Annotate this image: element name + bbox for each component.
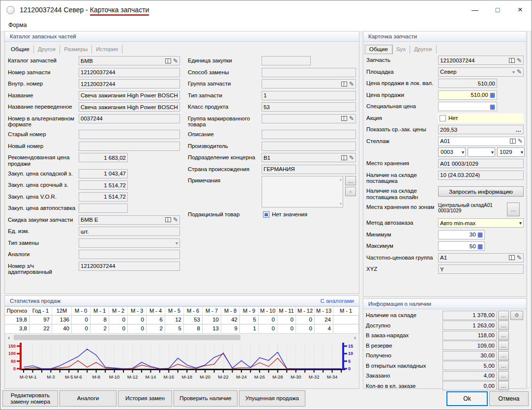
scroll-left-icon[interactable]: ‹: [5, 334, 13, 341]
with-analogs-link[interactable]: С аналогами: [320, 298, 354, 304]
tab-sys[interactable]: Sys: [392, 45, 410, 54]
tab-другое[interactable]: Другое: [410, 45, 437, 54]
book-icon[interactable]: [341, 82, 347, 87]
ellipsis-button[interactable]: …: [498, 371, 509, 381]
tab-общие[interactable]: Общие: [7, 45, 34, 54]
chevron-down-icon[interactable]: ▾: [462, 149, 464, 155]
ellipsis-button[interactable]: …: [498, 331, 509, 340]
book-icon[interactable]: [165, 217, 171, 222]
input-field[interactable]: 50▦: [438, 241, 485, 251]
input-field[interactable]: 1 683,02: [79, 153, 128, 162]
input-field[interactable]: 1 043,47: [79, 169, 128, 178]
input-field[interactable]: [262, 56, 311, 65]
input-field[interactable]: 12120037244: [79, 79, 180, 88]
input-field[interactable]: 12120037244: [79, 68, 180, 77]
input-field[interactable]: БМВ Е✎: [79, 215, 180, 225]
book-icon[interactable]: [509, 58, 515, 63]
calculator-icon[interactable]: ▦: [477, 243, 483, 249]
check-availability-button[interactable]: Проверить наличие: [174, 390, 237, 407]
shelf-select-2[interactable]: 1029▾: [497, 147, 525, 157]
analogs-button[interactable]: Аналоги: [59, 390, 117, 407]
maximize-icon[interactable]: □: [486, 0, 509, 19]
input-field[interactable]: ГЕРМАНИЯ: [262, 165, 356, 174]
notes-textarea[interactable]: ▴▾: [262, 176, 343, 207]
input-field[interactable]: БМВ✎: [79, 56, 180, 65]
gear-icon[interactable]: ⚙: [510, 311, 523, 320]
book-icon[interactable]: [165, 59, 171, 63]
input-field[interactable]: 1 514,72: [79, 180, 128, 190]
input-field[interactable]: Y: [438, 264, 524, 274]
spin-down-icon[interactable]: ▾: [340, 202, 342, 206]
close-icon[interactable]: ×: [509, 0, 532, 19]
input-field[interactable]: Авто min-max▾: [438, 218, 524, 228]
checkbox-icon[interactable]: [263, 211, 269, 218]
lost-sale-button[interactable]: Упущенная продажа: [239, 390, 305, 407]
stock-value-field[interactable]: 1 378,00: [443, 311, 497, 320]
scroll-right-icon[interactable]: ›: [351, 334, 359, 341]
stock-value-field[interactable]: 1 263,00: [443, 321, 497, 330]
input-field[interactable]: 30▦: [438, 230, 485, 239]
chevron-down-icon[interactable]: ▾: [176, 240, 178, 246]
input-field[interactable]: 0037244: [79, 114, 180, 123]
ellipsis-button[interactable]: …: [345, 176, 356, 185]
pencil-icon[interactable]: ✎: [517, 58, 522, 63]
input-field[interactable]: [262, 142, 356, 151]
input-field[interactable]: 10 (24.03.2024): [438, 171, 524, 180]
checkbox-field[interactable]: Нет значения: [262, 210, 356, 219]
shelf-picker[interactable]: A01✎: [438, 137, 525, 146]
stock-value-field[interactable]: 118,00: [443, 331, 497, 340]
input-field[interactable]: [262, 68, 356, 77]
chevron-down-icon[interactable]: ▾: [519, 220, 522, 226]
request-info-button[interactable]: Запросить информацию: [438, 186, 524, 197]
menu-item-forma[interactable]: Форма: [3, 21, 31, 29]
tab-другое[interactable]: Другое: [34, 45, 60, 54]
shelf-select-0[interactable]: 0003▾: [438, 147, 466, 157]
input-field[interactable]: A1✎: [438, 253, 524, 263]
input-field[interactable]: [79, 250, 180, 259]
input-field[interactable]: 510,00▦: [438, 90, 497, 100]
spin-up-icon[interactable]: ▴: [340, 177, 342, 181]
input-field[interactable]: [79, 130, 180, 139]
input-field[interactable]: [262, 130, 356, 139]
stock-value-field[interactable]: 30,00: [443, 351, 497, 360]
input-field[interactable]: 12120037244✎: [438, 56, 524, 65]
input-field[interactable]: Свеча зажигания High Power BOSCH: [79, 102, 180, 112]
input-field[interactable]: 209,53…: [438, 125, 524, 134]
ellipsis-button[interactable]: …: [498, 351, 509, 360]
tab-размеры[interactable]: Размеры: [60, 45, 92, 54]
checkbox-field[interactable]: Нет: [438, 114, 524, 123]
chevron-down-icon[interactable]: ▾: [521, 149, 523, 155]
input-field[interactable]: шт.: [79, 227, 180, 236]
book-icon[interactable]: [509, 255, 515, 260]
input-field[interactable]: 1 514,72: [79, 192, 128, 202]
pencil-icon[interactable]: ✎: [173, 217, 178, 222]
input-field[interactable]: [79, 204, 128, 213]
ok-button[interactable]: Ok: [446, 391, 488, 406]
calculator-icon[interactable]: ▦: [490, 104, 495, 110]
pencil-icon[interactable]: ✎: [349, 155, 354, 160]
shelf-select-1[interactable]: ▾: [468, 147, 495, 157]
replacement-history-button[interactable]: История замен: [118, 390, 172, 407]
input-field[interactable]: A01 0003/1029: [438, 159, 524, 168]
pencil-icon[interactable]: ✎: [349, 82, 354, 87]
book-icon[interactable]: [510, 139, 516, 144]
chevron-down-icon[interactable]: ▾: [491, 149, 494, 155]
minimize-icon[interactable]: —: [464, 0, 486, 19]
pencil-icon[interactable]: ✎: [517, 255, 522, 260]
scrollbar-thumb[interactable]: [14, 335, 240, 340]
ellipsis-icon[interactable]: …: [516, 127, 522, 133]
calculator-icon[interactable]: ▦: [490, 92, 495, 98]
ellipsis-button[interactable]: …: [498, 341, 509, 350]
input-field[interactable]: ▦: [438, 102, 497, 111]
pencil-icon[interactable]: ✎: [517, 69, 522, 74]
ellipsis-button[interactable]: …: [498, 311, 509, 320]
input-field[interactable]: B1✎: [262, 153, 356, 162]
stock-value-field[interactable]: 5,00: [443, 361, 497, 370]
input-field[interactable]: ✎: [262, 79, 356, 88]
chevron-down-icon[interactable]: ▾: [512, 69, 515, 75]
stock-value-field[interactable]: 109,00: [443, 341, 497, 350]
right-scrollbar-gutter[interactable]: [527, 31, 531, 388]
clear-button[interactable]: ×: [345, 187, 356, 196]
input-field[interactable]: 53: [262, 102, 356, 112]
input-field[interactable]: Север▾✎: [438, 67, 524, 77]
